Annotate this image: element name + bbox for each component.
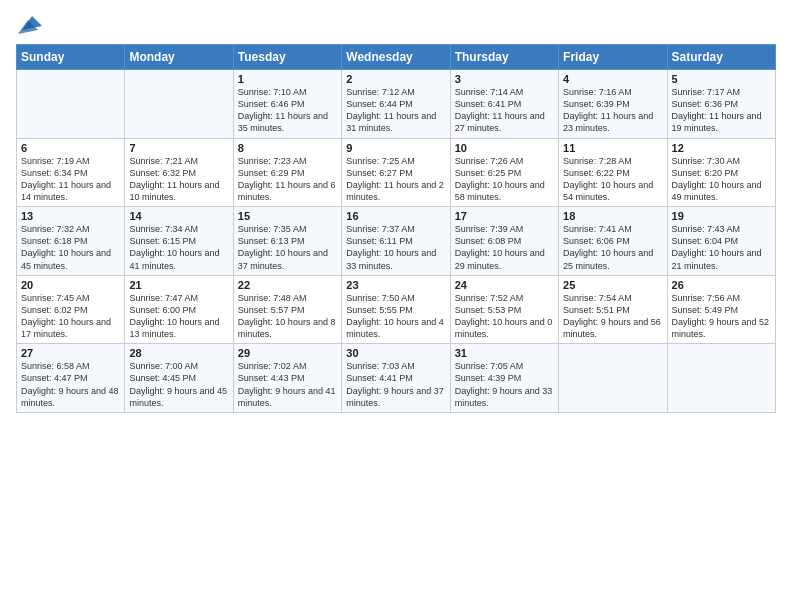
cell-content: Sunrise: 7:45 AM Sunset: 6:02 PM Dayligh… [21,292,120,341]
weekday-header-wednesday: Wednesday [342,45,450,70]
cell-content: Sunrise: 7:21 AM Sunset: 6:32 PM Dayligh… [129,155,228,204]
cell-content: Sunrise: 7:43 AM Sunset: 6:04 PM Dayligh… [672,223,771,272]
day-number: 15 [238,210,337,222]
cell-content: Sunrise: 7:30 AM Sunset: 6:20 PM Dayligh… [672,155,771,204]
header [16,12,776,36]
day-number: 29 [238,347,337,359]
calendar-cell: 24Sunrise: 7:52 AM Sunset: 5:53 PM Dayli… [450,275,558,344]
day-number: 11 [563,142,662,154]
day-number: 5 [672,73,771,85]
calendar-cell: 16Sunrise: 7:37 AM Sunset: 6:11 PM Dayli… [342,207,450,276]
calendar-row-4: 20Sunrise: 7:45 AM Sunset: 6:02 PM Dayli… [17,275,776,344]
cell-content: Sunrise: 7:56 AM Sunset: 5:49 PM Dayligh… [672,292,771,341]
calendar-row-5: 27Sunrise: 6:58 AM Sunset: 4:47 PM Dayli… [17,344,776,413]
day-number: 24 [455,279,554,291]
cell-content: Sunrise: 7:52 AM Sunset: 5:53 PM Dayligh… [455,292,554,341]
calendar-cell: 6Sunrise: 7:19 AM Sunset: 6:34 PM Daylig… [17,138,125,207]
weekday-header-tuesday: Tuesday [233,45,341,70]
weekday-header-sunday: Sunday [17,45,125,70]
day-number: 3 [455,73,554,85]
day-number: 1 [238,73,337,85]
calendar-cell: 2Sunrise: 7:12 AM Sunset: 6:44 PM Daylig… [342,70,450,139]
calendar-cell: 18Sunrise: 7:41 AM Sunset: 6:06 PM Dayli… [559,207,667,276]
day-number: 4 [563,73,662,85]
calendar-cell: 4Sunrise: 7:16 AM Sunset: 6:39 PM Daylig… [559,70,667,139]
cell-content: Sunrise: 7:34 AM Sunset: 6:15 PM Dayligh… [129,223,228,272]
calendar-cell [125,70,233,139]
day-number: 9 [346,142,445,154]
day-number: 27 [21,347,120,359]
cell-content: Sunrise: 7:14 AM Sunset: 6:41 PM Dayligh… [455,86,554,135]
day-number: 30 [346,347,445,359]
cell-content: Sunrise: 7:32 AM Sunset: 6:18 PM Dayligh… [21,223,120,272]
day-number: 31 [455,347,554,359]
calendar-cell: 11Sunrise: 7:28 AM Sunset: 6:22 PM Dayli… [559,138,667,207]
day-number: 12 [672,142,771,154]
cell-content: Sunrise: 7:17 AM Sunset: 6:36 PM Dayligh… [672,86,771,135]
cell-content: Sunrise: 7:05 AM Sunset: 4:39 PM Dayligh… [455,360,554,409]
calendar-cell [559,344,667,413]
cell-content: Sunrise: 7:19 AM Sunset: 6:34 PM Dayligh… [21,155,120,204]
weekday-header-monday: Monday [125,45,233,70]
calendar-cell: 12Sunrise: 7:30 AM Sunset: 6:20 PM Dayli… [667,138,775,207]
calendar-cell: 3Sunrise: 7:14 AM Sunset: 6:41 PM Daylig… [450,70,558,139]
day-number: 26 [672,279,771,291]
day-number: 23 [346,279,445,291]
calendar-cell [667,344,775,413]
calendar-cell: 27Sunrise: 6:58 AM Sunset: 4:47 PM Dayli… [17,344,125,413]
calendar-cell: 15Sunrise: 7:35 AM Sunset: 6:13 PM Dayli… [233,207,341,276]
calendar-row-1: 1Sunrise: 7:10 AM Sunset: 6:46 PM Daylig… [17,70,776,139]
cell-content: Sunrise: 7:28 AM Sunset: 6:22 PM Dayligh… [563,155,662,204]
calendar-cell: 8Sunrise: 7:23 AM Sunset: 6:29 PM Daylig… [233,138,341,207]
calendar-cell: 13Sunrise: 7:32 AM Sunset: 6:18 PM Dayli… [17,207,125,276]
calendar-table: SundayMondayTuesdayWednesdayThursdayFrid… [16,44,776,413]
calendar-cell: 22Sunrise: 7:48 AM Sunset: 5:57 PM Dayli… [233,275,341,344]
cell-content: Sunrise: 7:02 AM Sunset: 4:43 PM Dayligh… [238,360,337,409]
calendar-cell: 9Sunrise: 7:25 AM Sunset: 6:27 PM Daylig… [342,138,450,207]
calendar-cell: 21Sunrise: 7:47 AM Sunset: 6:00 PM Dayli… [125,275,233,344]
calendar-cell: 20Sunrise: 7:45 AM Sunset: 6:02 PM Dayli… [17,275,125,344]
calendar-cell: 31Sunrise: 7:05 AM Sunset: 4:39 PM Dayli… [450,344,558,413]
page: SundayMondayTuesdayWednesdayThursdayFrid… [0,0,792,421]
calendar-cell: 25Sunrise: 7:54 AM Sunset: 5:51 PM Dayli… [559,275,667,344]
day-number: 10 [455,142,554,154]
cell-content: Sunrise: 7:25 AM Sunset: 6:27 PM Dayligh… [346,155,445,204]
cell-content: Sunrise: 7:39 AM Sunset: 6:08 PM Dayligh… [455,223,554,272]
cell-content: Sunrise: 7:50 AM Sunset: 5:55 PM Dayligh… [346,292,445,341]
cell-content: Sunrise: 7:48 AM Sunset: 5:57 PM Dayligh… [238,292,337,341]
day-number: 8 [238,142,337,154]
cell-content: Sunrise: 7:41 AM Sunset: 6:06 PM Dayligh… [563,223,662,272]
cell-content: Sunrise: 7:03 AM Sunset: 4:41 PM Dayligh… [346,360,445,409]
calendar-cell: 10Sunrise: 7:26 AM Sunset: 6:25 PM Dayli… [450,138,558,207]
cell-content: Sunrise: 7:54 AM Sunset: 5:51 PM Dayligh… [563,292,662,341]
cell-content: Sunrise: 7:37 AM Sunset: 6:11 PM Dayligh… [346,223,445,272]
cell-content: Sunrise: 7:12 AM Sunset: 6:44 PM Dayligh… [346,86,445,135]
day-number: 18 [563,210,662,222]
day-number: 25 [563,279,662,291]
weekday-header-saturday: Saturday [667,45,775,70]
day-number: 20 [21,279,120,291]
cell-content: Sunrise: 7:00 AM Sunset: 4:45 PM Dayligh… [129,360,228,409]
day-number: 14 [129,210,228,222]
cell-content: Sunrise: 7:26 AM Sunset: 6:25 PM Dayligh… [455,155,554,204]
logo-icon [18,12,42,36]
day-number: 21 [129,279,228,291]
weekday-header-thursday: Thursday [450,45,558,70]
cell-content: Sunrise: 6:58 AM Sunset: 4:47 PM Dayligh… [21,360,120,409]
cell-content: Sunrise: 7:10 AM Sunset: 6:46 PM Dayligh… [238,86,337,135]
calendar-cell: 30Sunrise: 7:03 AM Sunset: 4:41 PM Dayli… [342,344,450,413]
day-number: 17 [455,210,554,222]
day-number: 13 [21,210,120,222]
cell-content: Sunrise: 7:47 AM Sunset: 6:00 PM Dayligh… [129,292,228,341]
day-number: 28 [129,347,228,359]
weekday-header-friday: Friday [559,45,667,70]
day-number: 6 [21,142,120,154]
logo [16,12,42,36]
calendar-row-3: 13Sunrise: 7:32 AM Sunset: 6:18 PM Dayli… [17,207,776,276]
calendar-row-2: 6Sunrise: 7:19 AM Sunset: 6:34 PM Daylig… [17,138,776,207]
calendar-cell: 19Sunrise: 7:43 AM Sunset: 6:04 PM Dayli… [667,207,775,276]
cell-content: Sunrise: 7:35 AM Sunset: 6:13 PM Dayligh… [238,223,337,272]
cell-content: Sunrise: 7:16 AM Sunset: 6:39 PM Dayligh… [563,86,662,135]
calendar-cell: 26Sunrise: 7:56 AM Sunset: 5:49 PM Dayli… [667,275,775,344]
calendar-cell: 5Sunrise: 7:17 AM Sunset: 6:36 PM Daylig… [667,70,775,139]
